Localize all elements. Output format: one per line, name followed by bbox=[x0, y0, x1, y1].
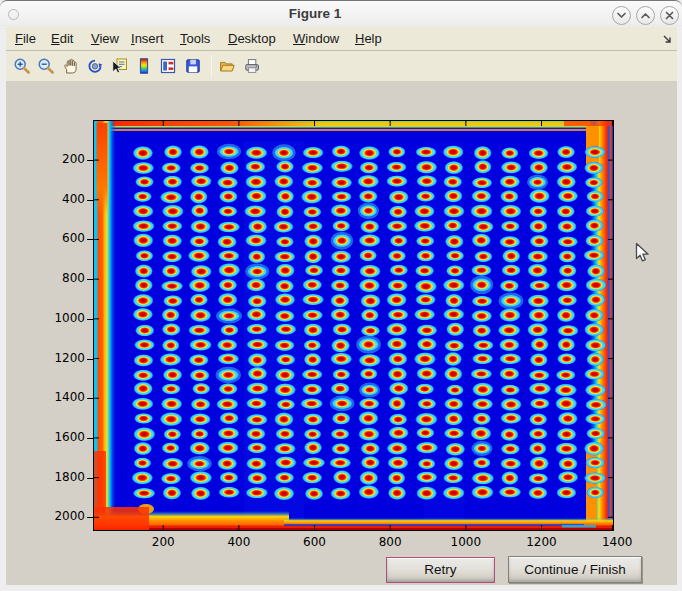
minimize-button[interactable] bbox=[612, 6, 631, 25]
x-tick-label: 1200 bbox=[512, 535, 572, 549]
y-tick-label: 800 bbox=[45, 271, 85, 285]
y-tick-mark bbox=[87, 200, 93, 201]
y-tick-label: 1200 bbox=[45, 351, 85, 365]
mouse-pointer-icon bbox=[635, 242, 651, 264]
y-tick-mark bbox=[87, 359, 93, 360]
menu-overflow-arrow-icon[interactable] bbox=[661, 33, 673, 45]
close-icon bbox=[661, 7, 678, 24]
window-title: Figure 1 bbox=[0, 6, 682, 21]
rotate-3d-icon[interactable] bbox=[86, 57, 104, 75]
figure-canvas: 2004006008001000120014001600180020002004… bbox=[6, 81, 677, 585]
y-tick-label: 2000 bbox=[45, 509, 85, 523]
x-tick-label: 1400 bbox=[587, 535, 647, 549]
y-tick-mark bbox=[87, 517, 93, 518]
close-button[interactable] bbox=[660, 6, 679, 25]
pan-icon[interactable] bbox=[62, 57, 80, 75]
menu-bar: FileEditViewInsertToolsDesktopWindowHelp bbox=[6, 27, 677, 50]
y-tick-mark bbox=[87, 319, 93, 320]
x-tick-label: 1000 bbox=[436, 535, 496, 549]
menu-desktop[interactable]: Desktop bbox=[228, 27, 276, 50]
y-tick-mark bbox=[87, 438, 93, 439]
menu-edit[interactable]: Edit bbox=[51, 27, 73, 50]
y-tick-label: 1400 bbox=[45, 390, 85, 404]
y-tick-label: 1800 bbox=[45, 470, 85, 484]
open-folder-icon[interactable] bbox=[218, 57, 236, 75]
toolbar-separator bbox=[211, 55, 212, 77]
menu-file[interactable]: File bbox=[15, 27, 36, 50]
y-tick-label: 200 bbox=[45, 152, 85, 166]
print-icon[interactable] bbox=[243, 57, 261, 75]
x-tick-label: 400 bbox=[209, 535, 269, 549]
save-icon[interactable] bbox=[184, 57, 202, 75]
zoom-in-icon[interactable] bbox=[13, 57, 31, 75]
y-tick-mark bbox=[87, 279, 93, 280]
y-tick-label: 600 bbox=[45, 231, 85, 245]
y-tick-mark bbox=[87, 160, 93, 161]
y-tick-mark bbox=[87, 239, 93, 240]
x-tick-label: 600 bbox=[285, 535, 345, 549]
x-tick-label: 200 bbox=[133, 535, 193, 549]
title-bar[interactable]: Figure 1 bbox=[0, 0, 682, 26]
insert-legend-icon[interactable] bbox=[159, 57, 177, 75]
x-tick-label: 800 bbox=[360, 535, 420, 549]
data-cursor-icon[interactable] bbox=[110, 57, 128, 75]
y-tick-label: 400 bbox=[45, 192, 85, 206]
continue-finish-button[interactable]: Continue / Finish bbox=[508, 556, 642, 583]
heatmap-image[interactable] bbox=[94, 121, 613, 530]
chevron-up-icon bbox=[637, 7, 654, 24]
y-tick-label: 1000 bbox=[45, 311, 85, 325]
chevron-down-icon bbox=[613, 7, 630, 24]
maximize-button[interactable] bbox=[636, 6, 655, 25]
plot-axes[interactable] bbox=[93, 120, 614, 531]
y-tick-mark bbox=[87, 398, 93, 399]
y-tick-label: 1600 bbox=[45, 430, 85, 444]
menu-tools[interactable]: Tools bbox=[180, 27, 210, 50]
menu-window[interactable]: Window bbox=[293, 27, 339, 50]
retry-button[interactable]: Retry bbox=[386, 557, 495, 583]
toolbar bbox=[6, 51, 677, 81]
insert-colorbar-icon[interactable] bbox=[135, 57, 153, 75]
menu-insert[interactable]: Insert bbox=[131, 27, 164, 50]
zoom-out-icon[interactable] bbox=[37, 57, 55, 75]
menu-help[interactable]: Help bbox=[355, 27, 382, 50]
y-tick-mark bbox=[87, 478, 93, 479]
menu-view[interactable]: View bbox=[91, 27, 119, 50]
